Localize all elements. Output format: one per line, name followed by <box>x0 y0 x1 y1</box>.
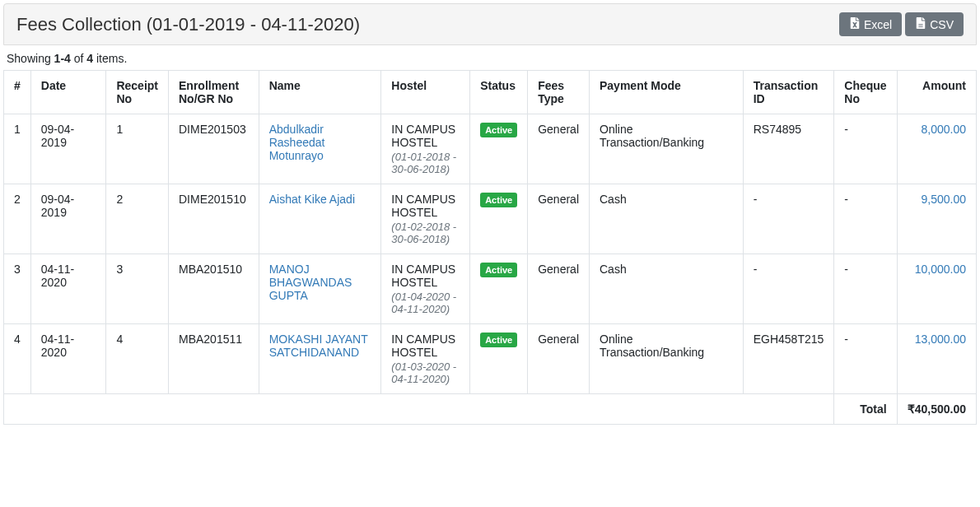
student-name-link[interactable]: MANOJ BHAGWANDAS GUPTA <box>269 263 352 302</box>
panel-header: Fees Collection (01-01-2019 - 04-11-2020… <box>3 3 977 45</box>
col-status: Status <box>470 71 528 114</box>
cell-feestype: General <box>528 324 590 394</box>
export-excel-label: Excel <box>864 18 892 31</box>
hostel-name: IN CAMPUS HOSTEL <box>391 123 455 149</box>
cell-receipt: 1 <box>106 114 169 184</box>
cell-date: 04-11-2020 <box>30 254 106 324</box>
summary-total: 4 <box>86 52 93 65</box>
col-transaction: Transaction ID <box>743 71 834 114</box>
cell-transaction: EGH458T215 <box>743 324 834 394</box>
cell-index: 4 <box>4 324 31 394</box>
total-label: Total <box>834 394 897 425</box>
table-row: 2 09-04-2019 2 DIME201510 Aishat Kike Aj… <box>4 184 977 254</box>
total-amount: ₹40,500.00 <box>897 394 976 425</box>
amount-link[interactable]: 13,000.00 <box>908 333 966 346</box>
table-body: 1 09-04-2019 1 DIME201503 Abdulkadir Ras… <box>4 114 977 394</box>
table-row: 4 04-11-2020 4 MBA201511 MOKASHI JAYANT … <box>4 324 977 394</box>
col-hostel: Hostel <box>381 71 470 114</box>
col-index: # <box>4 71 31 114</box>
table-row: 1 09-04-2019 1 DIME201503 Abdulkadir Ras… <box>4 114 977 184</box>
col-amount: Amount <box>897 71 976 114</box>
cell-feestype: General <box>528 184 590 254</box>
student-name-link[interactable]: Aishat Kike Ajadi <box>269 193 355 206</box>
export-buttons: Excel CSV <box>839 12 964 36</box>
export-csv-label: CSV <box>930 18 954 31</box>
cell-cheque: - <box>834 114 897 184</box>
cell-cheque: - <box>834 324 897 394</box>
cell-payment: Online Transaction/Banking <box>590 324 744 394</box>
hostel-name: IN CAMPUS HOSTEL <box>391 193 455 219</box>
cell-enrollment: DIME201503 <box>169 114 259 184</box>
cell-index: 2 <box>4 184 31 254</box>
amount-link[interactable]: 9,500.00 <box>908 193 966 206</box>
cell-payment: Online Transaction/Banking <box>590 114 744 184</box>
cell-enrollment: MBA201510 <box>169 254 259 324</box>
export-excel-button[interactable]: Excel <box>839 12 902 36</box>
summary-range: 1-4 <box>54 52 71 65</box>
cell-receipt: 2 <box>106 184 169 254</box>
cell-date: 09-04-2019 <box>30 114 106 184</box>
page-title: Fees Collection (01-01-2019 - 04-11-2020… <box>16 14 360 35</box>
col-payment: Payment Mode <box>590 71 744 114</box>
cell-payment: Cash <box>590 254 744 324</box>
cell-enrollment: MBA201511 <box>169 324 259 394</box>
table-row: 3 04-11-2020 3 MBA201510 MANOJ BHAGWANDA… <box>4 254 977 324</box>
hostel-name: IN CAMPUS HOSTEL <box>391 263 455 289</box>
table-footer: Total ₹40,500.00 <box>4 394 977 425</box>
cell-transaction: - <box>743 254 834 324</box>
cell-date: 04-11-2020 <box>30 324 106 394</box>
file-csv-icon <box>915 17 926 31</box>
status-badge: Active <box>480 193 517 207</box>
status-badge: Active <box>480 333 517 347</box>
col-cheque: Cheque No <box>834 71 897 114</box>
cell-receipt: 3 <box>106 254 169 324</box>
fees-table: # Date Receipt No Enrollment No/GR No Na… <box>3 70 977 425</box>
cell-enrollment: DIME201510 <box>169 184 259 254</box>
cell-cheque: - <box>834 254 897 324</box>
cell-feestype: General <box>528 114 590 184</box>
cell-transaction: - <box>743 184 834 254</box>
col-receipt: Receipt No <box>106 71 169 114</box>
col-date: Date <box>30 71 106 114</box>
hostel-period: (01-01-2018 - 30-06-2018) <box>391 151 460 175</box>
status-badge: Active <box>480 263 517 277</box>
student-name-link[interactable]: MOKASHI JAYANT SATCHIDANAND <box>269 333 368 359</box>
col-name: Name <box>259 71 381 114</box>
student-name-link[interactable]: Abdulkadir Rasheedat Motunrayo <box>269 123 325 162</box>
hostel-period: (01-02-2018 - 30-06-2018) <box>391 221 460 245</box>
results-summary: Showing 1-4 of 4 items. <box>3 45 977 68</box>
col-feestype: Fees Type <box>528 71 590 114</box>
status-badge: Active <box>480 123 517 137</box>
amount-link[interactable]: 8,000.00 <box>908 123 966 136</box>
cell-payment: Cash <box>590 184 744 254</box>
fees-collection-panel: Fees Collection (01-01-2019 - 04-11-2020… <box>3 3 977 425</box>
cell-cheque: - <box>834 184 897 254</box>
hostel-name: IN CAMPUS HOSTEL <box>391 333 455 359</box>
hostel-period: (01-04-2020 - 04-11-2020) <box>391 291 460 315</box>
cell-index: 1 <box>4 114 31 184</box>
hostel-period: (01-03-2020 - 04-11-2020) <box>391 360 460 385</box>
col-enrollment: Enrollment No/GR No <box>169 71 259 114</box>
cell-date: 09-04-2019 <box>30 184 106 254</box>
amount-link[interactable]: 10,000.00 <box>908 263 966 276</box>
file-excel-icon <box>849 17 861 31</box>
table-header: # Date Receipt No Enrollment No/GR No Na… <box>4 71 977 114</box>
cell-transaction: RS74895 <box>743 114 834 184</box>
cell-feestype: General <box>528 254 590 324</box>
cell-index: 3 <box>4 254 31 324</box>
cell-receipt: 4 <box>106 324 169 394</box>
export-csv-button[interactable]: CSV <box>905 12 964 36</box>
